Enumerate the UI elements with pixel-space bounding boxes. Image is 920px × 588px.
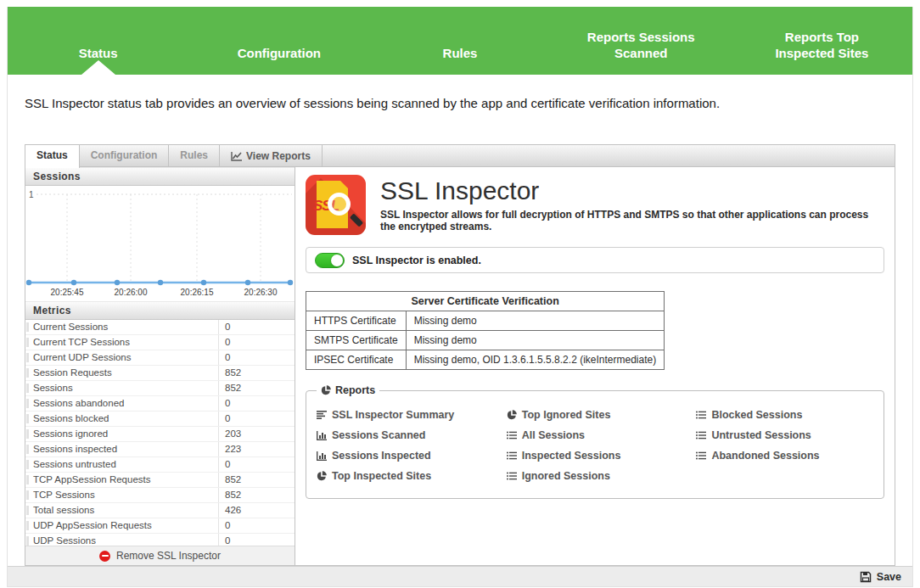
metric-value: 852 xyxy=(219,488,295,502)
report-link-label: Sessions Scanned xyxy=(332,429,425,441)
report-link-sessions-scanned[interactable]: Sessions Scanned xyxy=(317,425,507,445)
list-icon xyxy=(696,411,706,419)
top-nav-tab-label: Reports Sessions Scanned xyxy=(587,30,695,60)
metric-name: Current TCP Sessions xyxy=(25,335,219,350)
metric-row: Total sessions426 xyxy=(25,503,295,518)
metrics-list: Current Sessions0 Current TCP Sessions0 … xyxy=(25,320,295,546)
left-column: Sessions 1 xyxy=(25,167,295,565)
report-link-ignored-sessions[interactable]: Ignored Sessions xyxy=(507,466,697,486)
metric-row: Sessions untrusted0 xyxy=(25,457,295,473)
report-link-label: All Sessions xyxy=(522,429,585,441)
list-icon xyxy=(507,472,517,480)
report-link-label: Sessions Inspected xyxy=(332,450,431,462)
app-title: SSL Inspector xyxy=(380,176,884,205)
tab-view-reports-label: View Reports xyxy=(246,146,311,167)
app-panel: Status Configuration Rules View Reports … xyxy=(25,144,895,566)
list-icon xyxy=(696,451,706,460)
intro-text: SSL Inspector status tab provides an ove… xyxy=(25,96,895,110)
report-link-blocked-sessions[interactable]: Blocked Sessions xyxy=(696,405,875,425)
report-link-top-ignored-sites[interactable]: Top Ignored Sites xyxy=(507,405,697,425)
metric-name: TCP AppSession Requests xyxy=(25,473,219,487)
power-toggle[interactable] xyxy=(315,253,345,268)
save-button[interactable]: Save xyxy=(860,571,901,583)
metric-row: Current Sessions0 xyxy=(25,320,295,335)
remove-button-label: Remove SSL Inspector xyxy=(116,550,221,562)
report-link-abandoned-sessions[interactable]: Abandoned Sessions xyxy=(696,445,875,466)
report-link-sessions-inspected[interactable]: Sessions Inspected xyxy=(317,445,507,466)
tab-configuration[interactable]: Configuration xyxy=(80,145,170,167)
top-nav-tab-status[interactable]: Status xyxy=(8,45,188,75)
metric-name: Sessions untrusted xyxy=(25,457,219,472)
report-link-label: Inspected Sessions xyxy=(522,450,621,462)
report-link-top-inspected-sites[interactable]: Top Inspected Sites xyxy=(317,466,507,486)
remove-icon xyxy=(99,551,110,562)
metric-value: 0 xyxy=(219,320,295,334)
metric-name: UDP Sessions xyxy=(25,534,219,546)
metric-name: UDP AppSession Requests xyxy=(25,518,219,533)
metric-row: Current UDP Sessions0 xyxy=(25,350,295,366)
certificate-name: HTTPS Certificate xyxy=(306,311,407,331)
metric-row: Current TCP Sessions0 xyxy=(25,335,295,350)
app-tabstrip: Status Configuration Rules View Reports xyxy=(25,144,895,166)
app-content: Sessions 1 xyxy=(25,166,895,566)
pie-chart-icon xyxy=(317,471,327,481)
metric-row: Session Requests852 xyxy=(25,366,295,381)
table-row: HTTPS Certificate Missing demo xyxy=(306,311,665,331)
top-nav-tab-rules[interactable]: Rules xyxy=(369,45,550,75)
list-icon xyxy=(507,431,517,440)
report-link-untrusted-sessions[interactable]: Untrusted Sessions xyxy=(696,425,875,445)
reports-legend-label: Reports xyxy=(335,384,375,396)
metric-name: Sessions blocked xyxy=(25,412,219,426)
reports-column-1: SSL Inspector Summary Sessions Scanned S… xyxy=(317,405,507,486)
top-nav-tab-reports-sessions-scanned[interactable]: Reports Sessions Scanned xyxy=(551,29,732,75)
certificate-name: IPSEC Certificate xyxy=(306,350,407,370)
report-link-label: SSL Inspector Summary xyxy=(332,409,454,421)
tab-status[interactable]: Status xyxy=(25,145,80,168)
top-nav-tab-configuration[interactable]: Configuration xyxy=(188,45,369,75)
table-row: SMTPS Certificate Missing demo xyxy=(306,331,665,350)
certificate-table-header: Server Certificate Verification xyxy=(306,292,665,311)
metric-row: Sessions852 xyxy=(25,381,295,396)
top-nav-tab-label: Status xyxy=(79,46,118,60)
save-floppy-icon xyxy=(860,571,872,583)
power-status-label: SSL Inspector is enabled. xyxy=(352,255,481,266)
sessions-panel-header: Sessions xyxy=(25,167,295,186)
reports-legend: Reports xyxy=(317,384,379,396)
report-link-inspected-sessions[interactable]: Inspected Sessions xyxy=(507,445,697,466)
x-axis-tick-1: 20:26:00 xyxy=(115,288,148,297)
metrics-panel-header: Metrics xyxy=(25,301,295,320)
page-container: Status Configuration Rules Reports Sessi… xyxy=(7,7,913,587)
report-link-all-sessions[interactable]: All Sessions xyxy=(507,425,697,445)
top-nav-tab-reports-top-inspected-sites[interactable]: Reports Top Inspected Sites xyxy=(732,29,912,75)
metric-row: Sessions blocked0 xyxy=(25,412,295,427)
remove-ssl-inspector-button[interactable]: Remove SSL Inspector xyxy=(25,546,295,565)
line-chart-icon xyxy=(231,152,242,161)
certificate-value: Missing demo, OID 1.3.6.1.5.5.8.2.2 (ike… xyxy=(406,350,664,370)
tab-view-reports[interactable]: View Reports xyxy=(220,145,323,167)
metric-value: 852 xyxy=(219,381,295,395)
metric-name: Current UDP Sessions xyxy=(25,350,219,365)
certificate-table: Server Certificate Verification HTTPS Ce… xyxy=(306,291,665,370)
x-axis-tick-3: 20:26:30 xyxy=(244,288,278,297)
bar-chart-icon xyxy=(317,431,327,440)
top-nav-tab-label: Configuration xyxy=(238,46,321,60)
metric-value: 203 xyxy=(219,427,295,441)
metric-name: Current Sessions xyxy=(25,320,219,334)
sessions-chart-svg: 1 20:25:45 20:26:00 20:26:15 xyxy=(25,186,294,298)
report-link-label: Top Ignored Sites xyxy=(522,409,611,421)
tab-rules[interactable]: Rules xyxy=(169,145,220,167)
pie-chart-icon xyxy=(321,385,331,395)
report-link-label: Ignored Sessions xyxy=(522,470,610,482)
app-header: SSL SSL Inspector SSL Inspector allows f… xyxy=(306,175,884,235)
report-link-label: Abandoned Sessions xyxy=(711,450,819,462)
reports-section: Reports SSL Inspector Summary Sessions S… xyxy=(306,384,884,499)
y-axis-tick-1: 1 xyxy=(29,190,34,199)
metric-value: 223 xyxy=(219,442,295,456)
right-column: SSL SSL Inspector SSL Inspector allows f… xyxy=(295,167,895,565)
ssl-inspector-logo-icon: SSL xyxy=(306,175,366,235)
metric-value: 852 xyxy=(219,473,295,487)
report-link-ssl-inspector-summary[interactable]: SSL Inspector Summary xyxy=(317,405,507,425)
certificate-value: Missing demo xyxy=(406,331,664,350)
save-button-label: Save xyxy=(877,571,901,583)
metric-name: Session Requests xyxy=(25,366,219,380)
